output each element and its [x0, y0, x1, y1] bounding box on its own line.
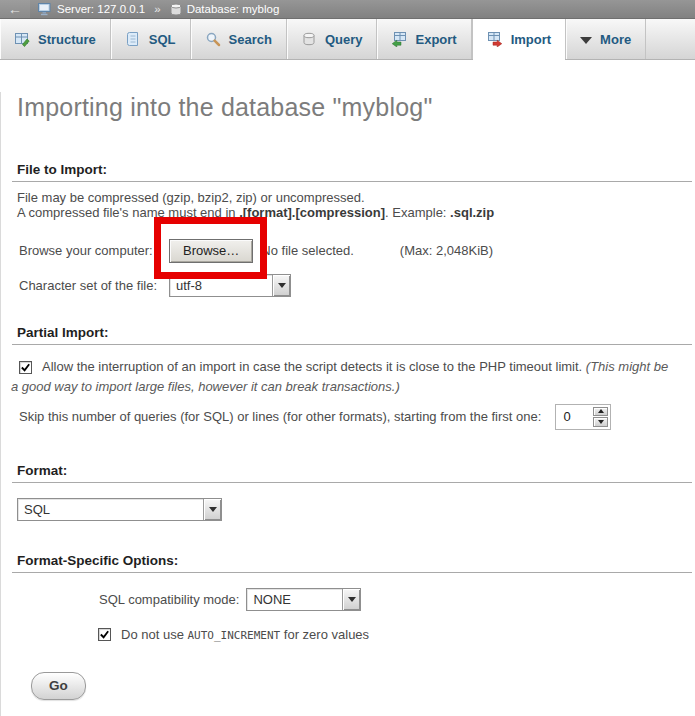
sql-compatibility-select[interactable]: NONE: [246, 588, 361, 611]
format-selected-value: SQL: [18, 499, 203, 520]
max-size-text: (Max: 2,048KiB): [400, 243, 493, 258]
sql-compatibility-row: SQL compatibility mode: NONE: [1, 587, 695, 612]
section-heading-format-options: Format-Specific Options:: [12, 553, 692, 573]
skip-queries-row: Skip this number of queries (for SQL) or…: [1, 403, 695, 430]
breadcrumb-bar: ← Server: 127.0.0.1 » Database: myblog: [0, 0, 695, 19]
breadcrumb: Server: 127.0.0.1 » Database: myblog: [38, 3, 279, 16]
checkmark-icon: [99, 629, 110, 640]
breadcrumb-database-link[interactable]: Database: myblog: [187, 3, 280, 15]
section-heading-format: Format:: [12, 463, 692, 483]
compress-info-line: File may be compressed (gzip, bzip2, zip…: [17, 190, 365, 205]
allow-interruption-checkbox[interactable]: [19, 361, 32, 374]
auto-increment-suffix: for zero values: [280, 627, 369, 642]
chevron-down-icon: [580, 37, 592, 44]
tab-label: More: [600, 32, 631, 47]
tab-sql[interactable]: SQL: [111, 19, 191, 59]
tab-more[interactable]: More: [566, 19, 646, 59]
dropdown-arrow-icon[interactable]: [272, 275, 290, 296]
format-select[interactable]: SQL: [17, 498, 222, 521]
query-icon: [301, 31, 317, 47]
charset-row: Character set of the file: utf-8: [1, 273, 695, 297]
tab-export[interactable]: Export: [377, 19, 471, 59]
section-heading-file-to-import: File to Import:: [12, 162, 692, 182]
sql-compatibility-value: NONE: [247, 589, 342, 610]
tab-structure[interactable]: Structure: [0, 19, 111, 59]
browse-row: Browse your computer: Browse… No file se…: [1, 238, 695, 263]
sql-icon: [125, 31, 141, 47]
back-arrow-icon[interactable]: ←: [0, 0, 30, 18]
stepper-up-button[interactable]: [593, 407, 608, 417]
skip-queries-value: 0: [558, 407, 593, 427]
export-icon: [391, 31, 407, 47]
auto-increment-prefix: Do not use: [121, 627, 188, 642]
allow-interruption-row: Allow the interruption of an import in c…: [11, 357, 679, 396]
tab-label: Structure: [38, 32, 96, 47]
format-row: SQL: [1, 497, 695, 521]
skip-queries-label: Skip this number of queries (for SQL) or…: [19, 409, 541, 424]
phpmyadmin-import-page: ← Server: 127.0.0.1 » Database: myblog: [0, 0, 695, 716]
tab-import[interactable]: Import: [472, 19, 566, 59]
tab-label: Export: [415, 32, 456, 47]
page-title: Importing into the database "myblog": [17, 92, 679, 122]
import-icon: [487, 31, 503, 47]
tab-bar: Structure SQL Search: [0, 19, 695, 60]
database-icon: [170, 3, 182, 16]
stepper-down-button[interactable]: [593, 417, 608, 427]
annotation-highlight-box: [154, 217, 267, 279]
structure-icon: [14, 31, 30, 47]
checkmark-icon: [20, 362, 31, 373]
naming-rule-mid: . Example:: [385, 205, 450, 220]
breadcrumb-separator: »: [154, 3, 160, 15]
tab-label: Query: [325, 32, 363, 47]
tab-label: SQL: [149, 32, 176, 47]
tab-label: Import: [511, 32, 551, 47]
no-file-selected-text: No file selected.: [261, 243, 354, 258]
skip-queries-stepper[interactable]: 0: [555, 404, 611, 430]
auto-increment-code: AUTO_INCREMENT: [188, 629, 281, 642]
tab-query[interactable]: Query: [287, 19, 378, 59]
import-form: Importing into the database "myblog" Fil…: [0, 92, 695, 716]
section-heading-partial-import: Partial Import:: [12, 325, 692, 345]
file-import-description: File may be compressed (gzip, bzip2, zip…: [17, 190, 679, 220]
charset-label: Character set of the file:: [19, 278, 169, 293]
go-button[interactable]: Go: [31, 672, 86, 700]
naming-rule-example: .sql.zip: [450, 205, 494, 220]
allow-interruption-label: Allow the interruption of an import in c…: [42, 359, 586, 374]
auto-increment-label: Do not use AUTO_INCREMENT for zero value…: [121, 627, 369, 642]
server-icon: [38, 3, 52, 16]
search-icon: [205, 31, 221, 47]
sql-compatibility-label: SQL compatibility mode:: [99, 592, 239, 607]
auto-increment-row: Do not use AUTO_INCREMENT for zero value…: [1, 627, 695, 642]
breadcrumb-server-link[interactable]: Server: 127.0.0.1: [57, 3, 145, 15]
auto-increment-checkbox[interactable]: [98, 628, 111, 641]
browse-label: Browse your computer:: [19, 243, 169, 258]
tab-label: Search: [229, 32, 272, 47]
tab-search[interactable]: Search: [191, 19, 287, 59]
dropdown-arrow-icon[interactable]: [342, 589, 360, 610]
dropdown-arrow-icon[interactable]: [203, 499, 221, 520]
